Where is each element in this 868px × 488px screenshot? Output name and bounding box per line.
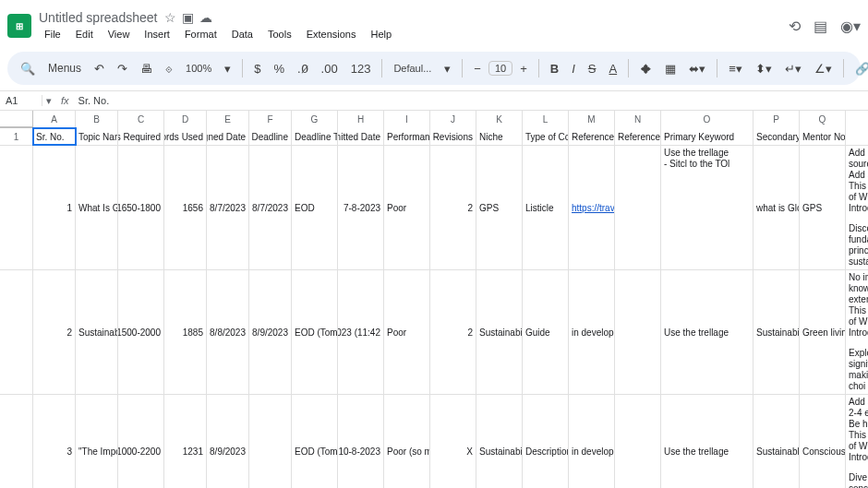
cell[interactable]: Use the trellage — [661, 395, 753, 488]
header-cell[interactable]: Reference Docu — [569, 128, 615, 145]
cell[interactable]: 8/7/2023 — [249, 146, 292, 269]
cell[interactable]: Add 7-9 images with source links below. … — [846, 146, 868, 269]
search-icon[interactable]: 🔍 — [15, 58, 41, 79]
cell[interactable]: 1000-2200 — [118, 395, 164, 488]
cell[interactable]: Green living, En — [800, 270, 846, 394]
decrease-font-icon[interactable]: − — [468, 58, 487, 79]
valign-icon[interactable]: ⬍▾ — [750, 58, 778, 79]
link-icon[interactable]: 🔗 — [850, 58, 868, 79]
cell[interactable]: Sustainable choi — [753, 395, 800, 488]
cell[interactable]: Poor — [384, 146, 430, 269]
cell[interactable]: https://travfami — [569, 146, 615, 269]
col-header-Q[interactable]: Q — [800, 111, 846, 128]
menu-format[interactable]: Format — [179, 27, 223, 42]
cell[interactable]: Guide — [523, 270, 569, 394]
cell[interactable]: Description — [523, 395, 569, 488]
cell[interactable]: 3 — [33, 395, 76, 488]
cell[interactable]: Conscious living — [800, 395, 846, 488]
cell[interactable]: Listicle — [523, 146, 569, 269]
cell[interactable]: Sustainability — [476, 395, 523, 488]
text-color-icon[interactable]: A — [603, 58, 622, 79]
wrap-icon[interactable]: ↵▾ — [779, 58, 807, 79]
cell[interactable]: Use the trellage- Sitcl to the TOl — [661, 146, 753, 269]
col-header-N[interactable]: N — [615, 111, 661, 128]
header-cell[interactable]: Words Used — [164, 128, 207, 145]
col-header-B[interactable]: B — [76, 111, 118, 128]
cell[interactable]: 1500-2000 — [118, 270, 164, 394]
cell-reference[interactable]: A1 — [0, 95, 42, 106]
menu-data[interactable]: Data — [226, 27, 259, 42]
history-icon[interactable]: ⟲ — [789, 18, 801, 35]
cell[interactable] — [615, 270, 661, 394]
zoom-select[interactable]: 100% — [180, 59, 217, 77]
select-all-corner[interactable] — [0, 111, 33, 127]
cell[interactable]: 2 — [430, 270, 476, 394]
italic-icon[interactable]: I — [566, 58, 581, 79]
menu-help[interactable]: Help — [365, 27, 397, 42]
font-size-input[interactable]: 10 — [488, 61, 512, 76]
cell[interactable]: 9-8-2023 (11:42 — [338, 270, 384, 394]
col-header-M[interactable]: M — [569, 111, 615, 128]
star-icon[interactable]: ☆ — [164, 10, 176, 25]
header-cell[interactable]: Primary Keyword — [661, 128, 753, 145]
sheets-logo[interactable]: ⊞ — [7, 14, 31, 38]
col-header-A[interactable]: A — [33, 111, 76, 128]
row-header[interactable] — [0, 395, 33, 488]
cell[interactable]: 1231 — [164, 395, 207, 488]
decrease-decimal-icon[interactable]: .0̷ — [292, 58, 314, 79]
formula-input[interactable]: Sr. No. — [75, 95, 114, 106]
cell[interactable]: Use the trellage — [661, 270, 753, 394]
cell[interactable]: GPS — [800, 146, 846, 269]
cell[interactable]: What Is Glonass — [76, 146, 118, 269]
cell[interactable]: Sustainability 10 — [76, 270, 118, 394]
row-header[interactable] — [0, 270, 33, 394]
paint-format-icon[interactable]: ⟐ — [160, 58, 178, 79]
header-cell[interactable]: Niche — [476, 128, 523, 145]
percent-icon[interactable]: % — [268, 58, 290, 79]
cell[interactable]: Poor (so much n — [384, 395, 430, 488]
cell[interactable]: GPS — [476, 146, 523, 269]
increase-decimal-icon[interactable]: .00 — [316, 58, 344, 79]
cell[interactable]: in development — [569, 395, 615, 488]
cell[interactable]: EOD (Tomorrow — [292, 270, 338, 394]
cell[interactable]: 2 — [430, 146, 476, 269]
header-cell[interactable] — [846, 128, 868, 145]
more-formats-icon[interactable]: 123 — [345, 58, 377, 79]
col-header-E[interactable]: E — [207, 111, 249, 128]
cell[interactable]: EOD (Tomorrow — [292, 395, 338, 488]
cell[interactable]: EOD — [292, 146, 338, 269]
col-header-I[interactable]: I — [384, 111, 430, 128]
comment-icon[interactable]: ▤ — [814, 18, 827, 35]
col-header-J[interactable]: J — [430, 111, 476, 128]
header-cell[interactable]: Submitted Date — [338, 128, 384, 145]
col-header-L[interactable]: L — [523, 111, 569, 128]
font-select[interactable]: Defaul... — [388, 59, 437, 77]
cell[interactable]: Add 5-7 images, add 2-4 external links. … — [846, 395, 868, 488]
cell[interactable] — [615, 146, 661, 269]
cell[interactable]: X — [430, 395, 476, 488]
spreadsheet-grid[interactable]: ABCDEFGHIJKLMNOPQRS 1Sr. No.Topic NameWo… — [0, 111, 868, 488]
cell[interactable]: 8/8/2023 — [207, 270, 249, 394]
cell[interactable]: 1650-1800 — [118, 146, 164, 269]
merge-icon[interactable]: ⬌▾ — [683, 58, 711, 79]
cell[interactable]: "The Importance — [76, 395, 118, 488]
bold-icon[interactable]: B — [545, 58, 564, 79]
cell[interactable]: what is Glonass — [753, 146, 800, 269]
col-header-K[interactable]: K — [476, 111, 523, 128]
header-cell[interactable]: Topic Name — [76, 128, 118, 145]
menu-extensions[interactable]: Extensions — [301, 27, 362, 42]
redo-icon[interactable]: ↷ — [112, 58, 133, 79]
cell[interactable]: 1 — [33, 146, 76, 269]
row-header[interactable]: 1 — [0, 128, 33, 145]
move-icon[interactable]: ▣ — [182, 10, 194, 25]
undo-icon[interactable]: ↶ — [89, 58, 110, 79]
cell[interactable] — [249, 395, 292, 488]
col-header-H[interactable]: H — [338, 111, 384, 128]
meet-icon[interactable]: ◉▾ — [840, 18, 861, 35]
fill-color-icon[interactable]: 🟆 — [634, 58, 657, 79]
col-header-P[interactable]: P — [753, 111, 800, 128]
cell[interactable]: 1656 — [164, 146, 207, 269]
col-header-R[interactable]: R — [846, 111, 868, 128]
cell[interactable]: No images, if you know what high DA exte… — [846, 270, 868, 394]
doc-title[interactable]: Untitled spreadsheet — [39, 10, 157, 25]
